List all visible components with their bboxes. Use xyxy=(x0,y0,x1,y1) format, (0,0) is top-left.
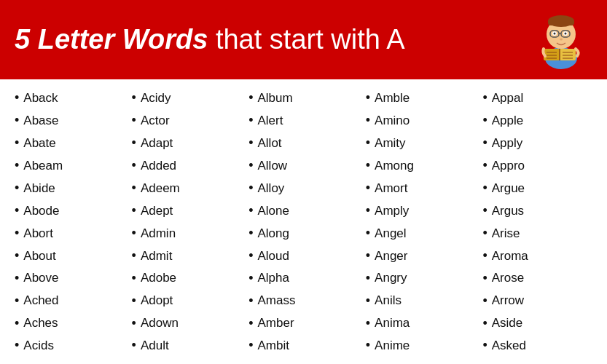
bullet-icon: • xyxy=(366,109,370,132)
bullet-icon: • xyxy=(132,222,136,245)
list-item: •Anime xyxy=(366,334,476,357)
word-text: Asked xyxy=(492,335,526,356)
bullet-icon: • xyxy=(15,267,19,290)
word-text: Arise xyxy=(492,223,520,244)
word-text: Ached xyxy=(23,290,58,311)
word-text: Alpha xyxy=(258,267,289,288)
word-text: Amort xyxy=(375,178,407,199)
word-text: Ambit xyxy=(258,335,289,356)
bullet-icon: • xyxy=(132,177,136,199)
word-text: About xyxy=(23,245,55,266)
bullet-icon: • xyxy=(366,132,370,154)
word-text: Abode xyxy=(23,200,59,221)
bullet-icon: • xyxy=(366,154,370,177)
bullet-icon: • xyxy=(482,267,487,290)
word-text: Alloy xyxy=(258,178,285,199)
word-text: Abort xyxy=(23,223,53,244)
list-item: •Asked xyxy=(482,334,592,357)
list-item: •Abase xyxy=(15,109,125,132)
list-item: •Arrow xyxy=(482,290,592,312)
list-item: •Abate xyxy=(15,132,125,154)
list-item: •Added xyxy=(132,154,242,177)
word-text: Angel xyxy=(375,223,406,244)
bullet-icon: • xyxy=(482,132,487,154)
word-text: Aloud xyxy=(258,245,289,266)
word-text: Aroma xyxy=(492,245,528,266)
bullet-icon: • xyxy=(366,312,370,335)
list-item: •Alpha xyxy=(248,267,359,290)
bullet-icon: • xyxy=(248,312,253,335)
word-text: Argus xyxy=(492,200,524,221)
list-item: •Aside xyxy=(482,312,592,335)
word-text: Argue xyxy=(492,178,525,199)
word-text: Abide xyxy=(23,178,55,199)
list-item: •Abide xyxy=(15,177,125,199)
title-normal: that start with A xyxy=(208,24,404,55)
bullet-icon: • xyxy=(248,222,253,245)
word-text: Alone xyxy=(258,200,289,221)
list-item: •Alloy xyxy=(248,177,359,199)
bullet-icon: • xyxy=(366,290,370,312)
bullet-icon: • xyxy=(132,199,136,222)
bullet-icon: • xyxy=(248,334,253,357)
word-text: Apply xyxy=(492,132,523,154)
page-title: 5 Letter Words that start with A xyxy=(15,25,405,55)
word-text: Aches xyxy=(23,312,58,333)
bullet-icon: • xyxy=(132,109,136,132)
list-item: •Anger xyxy=(366,245,476,267)
list-item: •Apple xyxy=(482,109,592,132)
svg-point-9 xyxy=(554,33,556,35)
word-column-0: •Aback•Abase•Abate•Abeam•Abide•Abode•Abo… xyxy=(11,87,128,357)
list-item: •Amity xyxy=(366,132,476,154)
svg-point-10 xyxy=(565,33,567,35)
word-text: Adopt xyxy=(141,290,173,311)
list-item: •Aback xyxy=(15,87,125,109)
bullet-icon: • xyxy=(482,154,487,177)
word-text: Adeem xyxy=(141,178,180,199)
list-item: •Amply xyxy=(366,199,476,222)
word-text: Added xyxy=(141,155,176,176)
bullet-icon: • xyxy=(366,334,370,357)
list-item: •Among xyxy=(366,154,476,177)
bullet-icon: • xyxy=(482,334,487,357)
word-text: Abase xyxy=(23,110,58,131)
svg-point-11 xyxy=(560,39,563,41)
bullet-icon: • xyxy=(482,109,487,132)
word-text: Acidy xyxy=(141,87,171,108)
list-item: •Abeam xyxy=(15,154,125,177)
word-text: Aside xyxy=(492,312,523,333)
list-item: •Amass xyxy=(248,290,359,312)
list-item: •Aroma xyxy=(482,245,592,267)
word-text: Alert xyxy=(258,110,283,131)
word-text: Anils xyxy=(375,290,402,311)
list-item: •Abort xyxy=(15,222,125,245)
word-text: Adown xyxy=(141,312,179,333)
list-item: •Album xyxy=(248,87,359,109)
bullet-icon: • xyxy=(248,109,253,132)
bullet-icon: • xyxy=(15,154,19,177)
bullet-icon: • xyxy=(366,177,370,199)
bullet-icon: • xyxy=(15,109,19,132)
list-item: •Appal xyxy=(482,87,592,109)
bullet-icon: • xyxy=(15,245,19,267)
bullet-icon: • xyxy=(366,222,370,245)
list-item: •Adept xyxy=(132,199,242,222)
bullet-icon: • xyxy=(482,312,487,335)
word-text: Amino xyxy=(375,110,410,131)
list-item: •Adown xyxy=(132,312,242,335)
bullet-icon: • xyxy=(366,87,370,109)
word-list-content: •Aback•Abase•Abate•Abeam•Abide•Abode•Abo… xyxy=(0,79,607,364)
bullet-icon: • xyxy=(15,334,19,357)
list-item: •Above xyxy=(15,267,125,290)
list-item: •Adult xyxy=(132,334,242,357)
word-text: Adult xyxy=(141,335,169,356)
bullet-icon: • xyxy=(15,199,19,222)
word-text: Amply xyxy=(375,200,409,221)
word-text: Adobe xyxy=(141,267,176,288)
list-item: •Alert xyxy=(248,109,359,132)
list-item: •Admin xyxy=(132,222,242,245)
bullet-icon: • xyxy=(482,245,487,267)
bullet-icon: • xyxy=(482,290,487,312)
list-item: •Aches xyxy=(15,312,125,335)
bullet-icon: • xyxy=(248,267,253,290)
